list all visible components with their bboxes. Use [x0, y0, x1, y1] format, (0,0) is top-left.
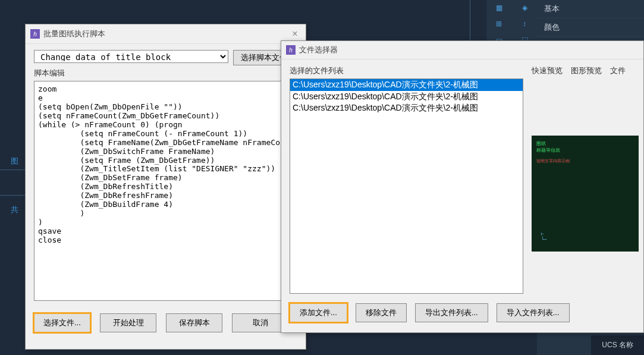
import-list-button[interactable]: 导入文件列表...	[497, 303, 570, 322]
dialog2-title: 文件选择器	[299, 45, 639, 55]
prop-color[interactable]: 颜色	[537, 18, 644, 37]
batch-script-dialog: h 批量图纸执行脚本 × Change data of title block …	[25, 24, 306, 350]
app-icon: h	[286, 45, 296, 55]
app-icon: h	[30, 29, 40, 39]
bg-label-2: 共	[11, 205, 18, 215]
tool-icon-4[interactable]: ↕	[512, 16, 537, 32]
status-bar: UCS 名称	[591, 335, 644, 355]
tool-icon-1[interactable]: ▦	[486, 0, 511, 15]
preview-content: 图纸标题等信息 说明文字内容示例 ⊢└─	[536, 140, 634, 247]
file-selector-dialog: h 文件选择器 选择的文件列表 C:\Users\zxz19\Desktop\C…	[281, 40, 644, 333]
tool-icon-2[interactable]: ◈	[512, 0, 537, 15]
dialog1-titlebar[interactable]: h 批量图纸执行脚本 ×	[26, 24, 306, 44]
tab-quick-preview[interactable]: 快速预览	[532, 65, 563, 76]
script-editor-textarea[interactable]	[34, 81, 297, 301]
file-item[interactable]: C:\Users\zxz19\Desktop\CAD演示文件夹\2-机械图	[290, 91, 523, 103]
file-list[interactable]: C:\Users\zxz19\Desktop\CAD演示文件夹\2-机械图 C:…	[290, 78, 523, 294]
export-list-button[interactable]: 导出文件列表...	[415, 303, 488, 322]
file-item[interactable]: C:\Users\zxz19\Desktop\CAD演示文件夹\2-机械图	[290, 79, 523, 91]
start-process-button[interactable]: 开始处理	[100, 313, 156, 332]
tab-file[interactable]: 文件	[610, 65, 626, 76]
preview-canvas: 图纸标题等信息 说明文字内容示例 ⊢└─	[532, 136, 639, 252]
prop-basic[interactable]: 基本	[537, 0, 644, 18]
script-template-select[interactable]: Change data of title block	[34, 50, 228, 63]
tool-icon-3[interactable]: ⊞	[486, 16, 511, 32]
save-script-button[interactable]: 保存脚本	[166, 313, 222, 332]
bg-label-1: 图	[11, 156, 18, 166]
dialog2-titlebar[interactable]: h 文件选择器	[281, 41, 643, 59]
add-files-button[interactable]: 添加文件...	[290, 303, 347, 322]
remove-files-button[interactable]: 移除文件	[356, 303, 407, 322]
file-item[interactable]: C:\Users\zxz19\Desktop\CAD演示文件夹\2-机械图	[290, 102, 523, 114]
tab-drawing-preview[interactable]: 图形预览	[571, 65, 602, 76]
cancel-button[interactable]: 取消	[232, 313, 288, 332]
dialog1-title: 批量图纸执行脚本	[43, 29, 289, 39]
status-ucs-label: UCS 名称	[602, 341, 633, 349]
editor-label: 脚本编辑	[34, 68, 297, 78]
file-list-label: 选择的文件列表	[290, 65, 523, 76]
select-files-button[interactable]: 选择文件...	[34, 313, 90, 332]
close-icon[interactable]: ×	[289, 28, 301, 40]
